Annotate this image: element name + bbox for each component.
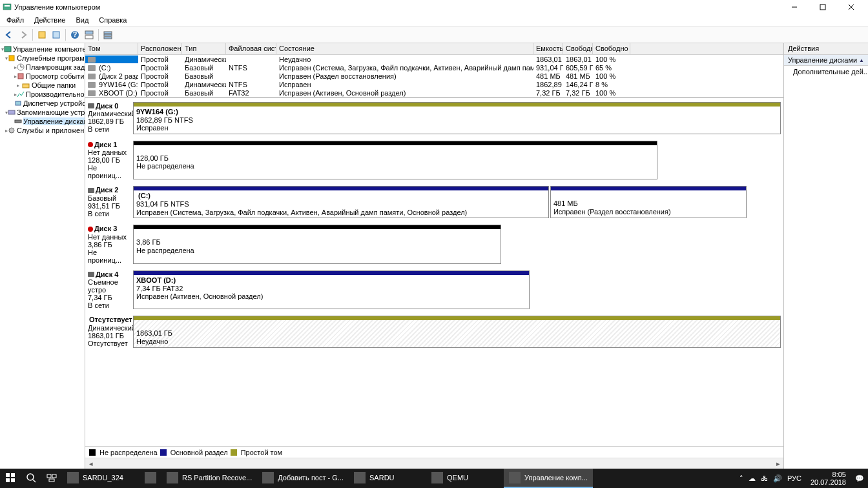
svg-rect-1 (5, 5, 10, 6)
help-button[interactable]: ? (68, 28, 81, 41)
partition[interactable]: 481 МБИсправен (Раздел восстановления) (550, 186, 747, 218)
actions-panel: Действия Управление дисками ▲ Дополнител… (784, 43, 868, 469)
maximize-button[interactable] (809, 0, 837, 14)
volume-cell: Неудачно (276, 56, 533, 63)
volume-row[interactable]: ПростойДинамическийНеудачно1863,01 ГБ186… (85, 55, 783, 63)
tray-clock[interactable]: 8:0520.07.2018 (807, 471, 850, 486)
legend-swatch-simple (231, 449, 237, 456)
volume-row[interactable]: XBOOT (D:)ПростойБазовыйFAT32Исправен (А… (85, 88, 783, 97)
actions-more[interactable]: Дополнительные дей... (784, 66, 868, 77)
tray-notifications-icon[interactable]: 💬 (855, 474, 864, 483)
col-capacity[interactable]: Емкость (533, 43, 563, 54)
col-free[interactable]: Свободно (563, 43, 593, 54)
menu-action[interactable]: Действие (29, 14, 70, 26)
tree-device-manager[interactable]: Диспетчер устройств (0, 99, 85, 108)
search-button[interactable] (21, 469, 41, 488)
volume-cell-name: (C:) (85, 64, 138, 72)
col-pct[interactable]: Свободно % (593, 43, 630, 54)
tree-services[interactable]: ▸Службы и приложения (0, 126, 85, 135)
view-list-button[interactable] (101, 28, 114, 41)
menu-help[interactable]: Справка (94, 14, 132, 26)
disk-row[interactable]: Диск 2 Базовый931,51 ГБВ сети (C:)931,04… (85, 182, 783, 221)
actions-section[interactable]: Управление дисками ▲ (784, 55, 868, 66)
disk-row[interactable]: Диск 4 Съемное устро7,34 ГБВ сети XBOOT … (85, 267, 783, 312)
col-fs[interactable]: Файловая система (226, 43, 276, 54)
tree-performance[interactable]: ▸Производительность (0, 90, 85, 99)
volume-cell: Базовый (182, 64, 226, 72)
svg-rect-30 (11, 478, 15, 482)
svg-rect-21 (18, 74, 23, 79)
disk-row[interactable]: Диск 1 Нет данных128,00 ГБНе проиниц... … (85, 137, 783, 182)
partition-unallocated[interactable]: 128,00 ГБНе распределена (133, 141, 657, 179)
menu-view[interactable]: Вид (70, 14, 94, 26)
legend-swatch-primary (160, 449, 167, 456)
taskbar-app[interactable] (140, 469, 161, 488)
volume-cell: Простой (138, 72, 182, 80)
partition[interactable]: XBOOT (D:)7,34 ГБ FAT32Исправен (Активен… (133, 270, 530, 309)
taskbar-app[interactable]: SARDU (349, 469, 426, 488)
svg-rect-23 (16, 101, 21, 105)
partition[interactable]: (C:)931,04 ГБ NTFSИсправен (Система, Заг… (133, 186, 549, 218)
minimize-button[interactable] (780, 0, 809, 14)
volume-cell-name: XBOOT (D:) (85, 89, 138, 97)
volume-icon (88, 90, 96, 96)
tree-storage[interactable]: ▾Запоминающие устройс (0, 108, 85, 117)
volume-cell: 100 % (593, 89, 630, 97)
tree-root[interactable]: ▾Управление компьютером (л (0, 45, 85, 54)
col-status[interactable]: Состояние (276, 43, 533, 54)
horizontal-scrollbar[interactable]: ◂ ▸ (85, 458, 783, 469)
svg-text:?: ? (73, 30, 78, 38)
tree-task-scheduler[interactable]: ▸Планировщик заданий (0, 63, 85, 72)
partition-unallocated[interactable]: 3,86 ГБНе распределена (133, 225, 501, 263)
taskbar-app[interactable]: SARDU_324 (62, 469, 140, 488)
scroll-right-icon[interactable]: ▸ (772, 458, 783, 469)
refresh-button[interactable] (50, 28, 63, 41)
volume-cell: 1863,01 ГБ (533, 56, 563, 63)
tree-event-viewer[interactable]: ▸Просмотр событий (0, 72, 85, 81)
tray-chevron-icon[interactable]: ˄ (739, 474, 743, 483)
taskbar-app-icon (354, 472, 366, 483)
taskbar-app[interactable]: RS Partition Recove... (161, 469, 257, 488)
scroll-left-icon[interactable]: ◂ (85, 458, 96, 469)
start-button[interactable] (0, 469, 21, 488)
view-top-button[interactable] (83, 28, 96, 41)
titlebar: Управление компьютером (0, 0, 868, 14)
volume-row[interactable]: 9YW164 (G:)ПростойДинамическийNTFSИсправ… (85, 80, 783, 88)
taskbar-app-icon (262, 472, 274, 483)
volume-cell: 100 % (593, 72, 630, 80)
taskbar-app[interactable]: Управление комп... (504, 469, 593, 488)
disk-row-missing[interactable]: Отсутствует Динамический1863,01 ГБОтсутс… (85, 312, 783, 351)
properties-button[interactable] (36, 28, 48, 41)
partition[interactable]: 9YW164 (G:)1862,89 ГБ NTFSИсправен (133, 102, 781, 134)
disk-row[interactable]: Диск 0 Динамический1862,89 ГБВ сети 9YW1… (85, 98, 783, 137)
back-button[interactable] (3, 28, 16, 41)
tray-onedrive-icon[interactable]: ☁ (749, 474, 756, 483)
volume-cell: 7,32 ГБ (563, 89, 593, 97)
menu-file[interactable]: Файл (1, 14, 29, 26)
tray-volume-icon[interactable]: 🔊 (773, 474, 782, 483)
tree-system-tools[interactable]: ▾Служебные программы (0, 54, 85, 63)
task-view-button[interactable] (41, 469, 62, 488)
tray-network-icon[interactable]: 🖧 (761, 474, 768, 482)
disk-header: Диск 2 Базовый931,51 ГБВ сети (88, 186, 133, 218)
forward-button[interactable] (17, 28, 30, 41)
col-type[interactable]: Тип (182, 43, 226, 54)
tray-language[interactable]: РУС (787, 474, 801, 482)
col-volume[interactable]: Том (85, 43, 138, 54)
volume-row[interactable]: (C:)ПростойБазовыйNTFSИсправен (Система,… (85, 63, 783, 72)
partition-missing[interactable]: 1863,01 ГБНеудачно (133, 316, 781, 348)
disk-header: Диск 1 Нет данных128,00 ГБНе проиниц... (88, 141, 133, 179)
taskbar-app[interactable]: Добавить пост - G... (257, 469, 349, 488)
volume-cell: Исправен (Система, Загрузка, Файл подкач… (276, 64, 533, 72)
col-layout[interactable]: Расположение (138, 43, 182, 54)
volume-cell: Динамический (182, 56, 226, 63)
taskbar-app[interactable]: QEMU (426, 469, 504, 488)
tree-shared-folders[interactable]: ▸Общие папки (0, 81, 85, 90)
disk-row[interactable]: Диск 3 Нет данных3,86 ГБНе проиниц... 3,… (85, 221, 783, 266)
close-button[interactable] (837, 0, 865, 14)
volume-row[interactable]: (Диск 2 раздел 2)ПростойБазовыйИсправен … (85, 72, 783, 80)
volume-cell: Исправен (Активен, Основной раздел) (276, 89, 533, 97)
disk-header: Диск 4 Съемное устро7,34 ГБВ сети (88, 270, 133, 309)
tree-disk-management[interactable]: Управление дисками (0, 117, 85, 126)
taskbar-app-label: Управление комп... (524, 474, 588, 482)
